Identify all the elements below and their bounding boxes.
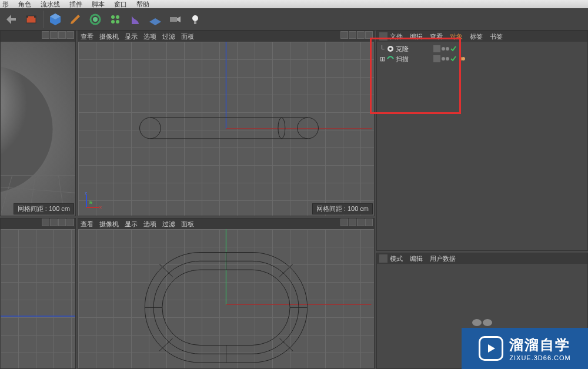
object-tree[interactable]: └ 克隆 ⊞ 扫描 bbox=[377, 42, 587, 66]
object-manager-panel: 文件 编辑 查看 对象 标签 书签 └ 克隆 bbox=[376, 31, 588, 251]
vp-menu-item[interactable]: 选项 bbox=[143, 220, 156, 229]
film-icon[interactable] bbox=[22, 11, 40, 28]
viewport-perspective[interactable]: 网格间距 : 100 cm bbox=[0, 31, 76, 216]
attr-menu-item[interactable]: 用户数据 bbox=[430, 254, 456, 263]
expand-icon[interactable]: ⊞ bbox=[379, 55, 385, 63]
pen-icon[interactable] bbox=[66, 11, 84, 28]
svg-point-7 bbox=[111, 20, 115, 24]
history-back-icon[interactable] bbox=[2, 11, 20, 28]
vp-menu-item[interactable]: 选项 bbox=[143, 32, 156, 41]
vp-menu-item[interactable]: 查看 bbox=[81, 32, 93, 41]
svg-point-10 bbox=[192, 15, 198, 21]
viewport-nav-icon[interactable] bbox=[58, 31, 66, 39]
viewport-nav-icon[interactable] bbox=[340, 219, 348, 226]
object-name-label[interactable]: 扫描 bbox=[396, 55, 431, 63]
nurbs-icon[interactable] bbox=[86, 11, 104, 28]
obj-menu-item[interactable]: 书签 bbox=[490, 32, 503, 41]
camera-icon[interactable] bbox=[166, 11, 184, 28]
menu-item[interactable]: 帮助 bbox=[136, 0, 149, 9]
viewport-header: 查看 摄像机 显示 选项 过滤 面板 bbox=[78, 31, 374, 42]
svg-point-8 bbox=[116, 20, 119, 24]
attr-menu-item[interactable]: 模式 bbox=[390, 254, 403, 263]
layer-swatch[interactable] bbox=[433, 45, 440, 52]
viewport-nav-icon[interactable] bbox=[365, 219, 373, 226]
menu-item[interactable]: 流水线 bbox=[41, 0, 60, 9]
attr-menu-item[interactable]: 编辑 bbox=[410, 254, 423, 263]
viewport-top[interactable]: 查看 摄像机 显示 选项 过滤 面板 顶视图 bbox=[78, 31, 375, 216]
menu-item[interactable]: 窗口 bbox=[114, 0, 127, 9]
svg-point-50 bbox=[483, 319, 492, 326]
svg-text:z: z bbox=[85, 191, 87, 196]
vp-menu-item[interactable]: 过滤 bbox=[162, 32, 175, 41]
menu-item[interactable]: 插件 bbox=[69, 0, 82, 9]
vp-menu-item[interactable]: 摄像机 bbox=[99, 220, 119, 229]
floor-icon[interactable] bbox=[146, 11, 164, 28]
menu-item[interactable]: 脚本 bbox=[92, 0, 105, 9]
object-name-label[interactable]: 克隆 bbox=[396, 45, 431, 53]
array-icon[interactable] bbox=[106, 11, 124, 28]
viewport-nav-icon[interactable] bbox=[365, 31, 373, 39]
layer-swatch[interactable] bbox=[433, 55, 440, 62]
check-icon[interactable] bbox=[450, 56, 456, 62]
grip-icon[interactable] bbox=[379, 32, 387, 41]
viewport-nav-icon[interactable] bbox=[349, 31, 356, 39]
vp-menu-item[interactable]: 面板 bbox=[181, 220, 194, 229]
viewport-nav-icon[interactable] bbox=[42, 31, 49, 39]
viewport-header: 查看 摄像机 显示 选项 过滤 面板 bbox=[78, 219, 374, 229]
light-icon[interactable] bbox=[186, 11, 204, 28]
object-tree-item[interactable]: └ 克隆 bbox=[379, 44, 585, 53]
grid-info-label: 网格间距 : 100 cm bbox=[14, 203, 74, 214]
obj-menu-item[interactable]: 编辑 bbox=[410, 32, 423, 41]
viewport-nav-icon[interactable] bbox=[349, 219, 356, 226]
viewport-nav-icon[interactable] bbox=[66, 31, 74, 39]
object-manager-header: 文件 编辑 查看 对象 标签 书签 bbox=[377, 31, 587, 42]
viewport-nav-icon[interactable] bbox=[357, 31, 365, 39]
deformer-icon[interactable] bbox=[126, 11, 144, 28]
watermark-title: 溜溜自学 bbox=[509, 336, 570, 354]
viewport-nav-icon[interactable] bbox=[58, 219, 66, 226]
vp-menu-item[interactable]: 显示 bbox=[125, 220, 138, 229]
svg-line-41 bbox=[159, 264, 173, 277]
attribute-manager-header: 模式 编辑 用户数据 bbox=[377, 253, 587, 264]
viewport-nav-icon[interactable] bbox=[66, 219, 74, 226]
check-icon[interactable] bbox=[450, 46, 456, 52]
vp-menu-item[interactable]: 面板 bbox=[181, 32, 194, 41]
svg-point-6 bbox=[116, 15, 119, 19]
axis-gizmo-icon: z x y bbox=[82, 191, 103, 212]
obj-menu-item[interactable]: 标签 bbox=[470, 32, 483, 41]
vp-menu-item[interactable]: 摄像机 bbox=[99, 32, 119, 41]
svg-text:x: x bbox=[99, 204, 102, 210]
svg-point-46 bbox=[389, 48, 392, 50]
obj-menu-item[interactable]: 查看 bbox=[430, 32, 443, 41]
svg-rect-1 bbox=[26, 16, 28, 18]
viewport-nav-icon[interactable] bbox=[42, 219, 49, 226]
vp-menu-item[interactable]: 查看 bbox=[81, 220, 93, 229]
svg-rect-2 bbox=[34, 16, 36, 18]
obj-menu-item[interactable]: 对象 bbox=[450, 32, 463, 41]
viewport-nav-icon[interactable] bbox=[50, 219, 58, 226]
viewport-nav-icon[interactable] bbox=[357, 219, 365, 226]
cube-icon[interactable] bbox=[46, 11, 64, 28]
svg-text:y: y bbox=[89, 199, 91, 204]
viewport-header bbox=[1, 219, 75, 229]
svg-point-48 bbox=[462, 57, 465, 61]
tag-icon[interactable] bbox=[459, 55, 466, 62]
grip-icon[interactable] bbox=[379, 254, 387, 263]
visibility-dots[interactable] bbox=[442, 57, 449, 61]
vp-menu-item[interactable]: 显示 bbox=[125, 32, 138, 41]
svg-line-43 bbox=[159, 338, 173, 351]
tree-line-icon: └ bbox=[379, 45, 385, 52]
svg-point-20 bbox=[139, 118, 161, 139]
viewport-nav-icon[interactable] bbox=[50, 31, 58, 39]
visibility-dots[interactable] bbox=[442, 47, 449, 51]
viewport-left[interactable] bbox=[0, 218, 76, 369]
object-tree-item[interactable]: ⊞ 扫描 bbox=[379, 54, 585, 63]
svg-line-42 bbox=[279, 264, 293, 277]
menu-item[interactable]: 形 bbox=[2, 0, 9, 9]
vp-menu-item[interactable]: 过滤 bbox=[162, 220, 175, 229]
obj-menu-item[interactable]: 文件 bbox=[390, 32, 403, 41]
viewport-front[interactable]: 查看 摄像机 显示 选项 过滤 面板 正视图 bbox=[78, 218, 375, 369]
menu-item[interactable]: 角色 bbox=[18, 0, 31, 9]
empty-state-icon bbox=[377, 317, 587, 328]
viewport-nav-icon[interactable] bbox=[340, 31, 348, 39]
